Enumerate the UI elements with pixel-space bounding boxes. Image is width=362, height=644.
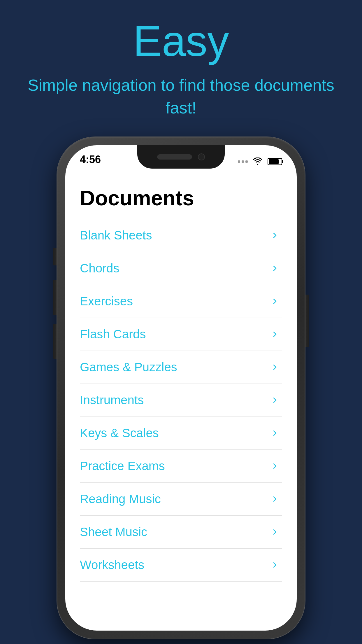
menu-item-label-games-puzzles: Games & Puzzles (80, 360, 177, 374)
menu-item-instruments[interactable]: Instruments (80, 384, 282, 417)
phone-screen: 4:56 (65, 145, 297, 631)
menu-item-label-exercises: Exercises (80, 294, 133, 308)
notch (137, 145, 225, 169)
volume-down-button (53, 324, 57, 359)
menu-item-sheet-music[interactable]: Sheet Music (80, 516, 282, 549)
menu-item-label-instruments: Instruments (80, 393, 144, 407)
menu-item-chords[interactable]: Chords (80, 252, 282, 285)
notch-camera (198, 153, 205, 160)
menu-item-practice-exams[interactable]: Practice Exams (80, 450, 282, 483)
menu-item-label-blank-sheets: Blank Sheets (80, 228, 152, 242)
chevron-right-icon (270, 495, 279, 503)
phone-shell: 4:56 (57, 137, 305, 639)
header-section: Easy Simple navigation to find those doc… (0, 0, 362, 131)
menu-item-label-sheet-music: Sheet Music (80, 525, 147, 539)
menu-item-label-reading-music: Reading Music (80, 492, 161, 506)
volume-up-button (53, 280, 57, 315)
menu-item-label-worksheets: Worksheets (80, 558, 144, 572)
menu-item-label-practice-exams: Practice Exams (80, 459, 165, 473)
chevron-right-icon (270, 396, 279, 405)
menu-item-label-chords: Chords (80, 261, 119, 275)
battery-fill (269, 159, 279, 164)
phone-mockup: 4:56 (57, 137, 305, 639)
menu-item-games-puzzles[interactable]: Games & Puzzles (80, 351, 282, 384)
chevron-right-icon (270, 297, 279, 306)
wifi-icon (252, 158, 263, 166)
main-title: Easy (133, 18, 229, 65)
menu-item-blank-sheets[interactable]: Blank Sheets (80, 219, 282, 252)
menu-item-flash-cards[interactable]: Flash Cards (80, 318, 282, 351)
menu-item-label-keys-scales: Keys & Scales (80, 426, 159, 440)
chevron-right-icon (270, 429, 279, 438)
chevron-right-icon (270, 462, 279, 470)
content-area: Documents Blank SheetsChordsExercisesFla… (65, 169, 297, 631)
power-button (305, 295, 309, 347)
chevron-right-icon (270, 264, 279, 273)
chevron-right-icon (270, 330, 279, 339)
menu-item-worksheets[interactable]: Worksheets (80, 549, 282, 582)
status-icons (238, 158, 282, 166)
chevron-right-icon (270, 528, 279, 536)
menu-item-reading-music[interactable]: Reading Music (80, 483, 282, 516)
signal-icon (238, 160, 248, 163)
chevron-right-icon (270, 561, 279, 569)
status-time: 4:56 (80, 153, 101, 166)
chevron-right-icon (270, 363, 279, 372)
menu-item-exercises[interactable]: Exercises (80, 285, 282, 318)
menu-item-keys-scales[interactable]: Keys & Scales (80, 417, 282, 450)
subtitle: Simple navigation to find those document… (0, 74, 362, 120)
notch-speaker (157, 154, 192, 160)
documents-title: Documents (80, 186, 282, 210)
battery-icon (268, 158, 282, 165)
menu-list: Blank SheetsChordsExercisesFlash CardsGa… (80, 219, 282, 582)
mute-button (53, 248, 57, 265)
chevron-right-icon (270, 231, 279, 240)
menu-item-label-flash-cards: Flash Cards (80, 327, 146, 341)
